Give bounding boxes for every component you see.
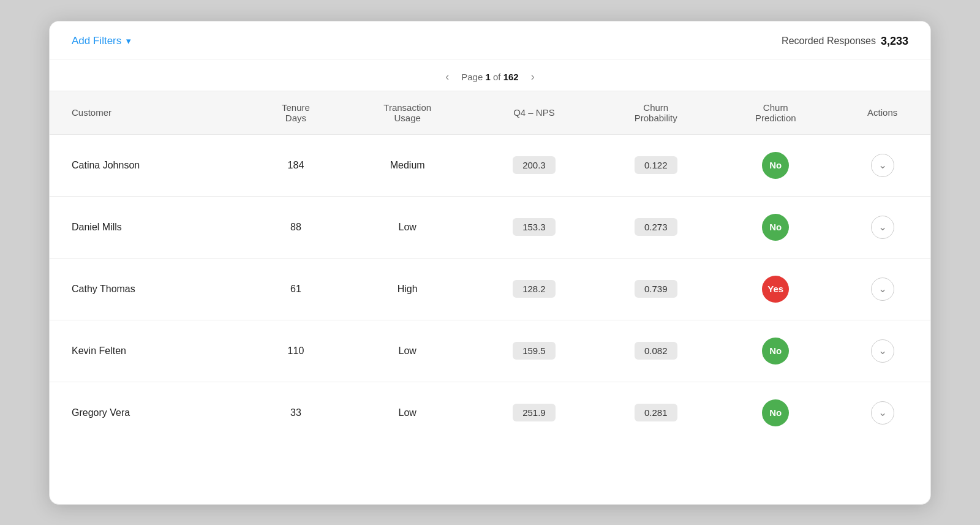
prev-page-button[interactable]: ‹ — [442, 69, 453, 85]
cell-churn-probability: 0.739 — [595, 258, 717, 320]
recorded-responses: Recorded Responses 3,233 — [782, 35, 908, 48]
churn-prob-badge: 0.122 — [635, 156, 677, 174]
cell-churn-probability: 0.281 — [595, 382, 717, 444]
table-row: Gregory Vera33Low251.90.281No⌄ — [50, 382, 930, 444]
cell-customer: Cathy Thomas — [50, 258, 250, 320]
nps-badge: 153.3 — [513, 218, 556, 236]
cell-transaction: Medium — [342, 134, 473, 196]
cell-churn-prediction: No — [717, 196, 834, 258]
col-header-tenure: TenureDays — [250, 91, 342, 135]
churn-prob-badge: 0.281 — [635, 404, 677, 421]
cell-transaction: Low — [342, 320, 473, 382]
action-expand-button[interactable]: ⌄ — [871, 216, 894, 239]
next-page-button[interactable]: › — [527, 69, 538, 85]
action-expand-button[interactable]: ⌄ — [871, 401, 894, 425]
cell-churn-probability: 0.273 — [595, 196, 717, 258]
table-row: Kevin Felten110Low159.50.082No⌄ — [50, 320, 930, 382]
add-filters-button[interactable]: Add Filters ▾ — [72, 35, 131, 47]
cell-customer: Catina Johnson — [50, 134, 250, 196]
recorded-responses-label: Recorded Responses — [782, 36, 876, 47]
main-window: Add Filters ▾ Recorded Responses 3,233 ‹… — [49, 21, 931, 505]
action-expand-button[interactable]: ⌄ — [871, 339, 894, 363]
total-pages: 162 — [503, 72, 519, 82]
cell-tenure: 88 — [250, 196, 342, 258]
churn-prob-badge: 0.273 — [635, 218, 677, 236]
table-row: Cathy Thomas61High128.20.739Yes⌄ — [50, 258, 930, 320]
churn-prob-badge: 0.739 — [635, 280, 677, 298]
cell-churn-prediction: Yes — [717, 258, 834, 320]
chevron-down-icon: ▾ — [126, 36, 131, 47]
add-filters-label: Add Filters — [72, 35, 121, 47]
cell-customer: Daniel Mills — [50, 196, 250, 258]
col-header-actions: Actions — [834, 91, 930, 135]
col-header-churn-pred: ChurnPrediction — [717, 91, 834, 135]
nps-badge: 200.3 — [513, 156, 556, 174]
cell-nps: 159.5 — [473, 320, 595, 382]
cell-actions: ⌄ — [834, 258, 930, 320]
cell-churn-probability: 0.082 — [595, 320, 717, 382]
cell-customer: Kevin Felten — [50, 320, 250, 382]
col-header-churn-prob: ChurnProbability — [595, 91, 717, 135]
col-header-transaction: TransactionUsage — [342, 91, 473, 135]
action-expand-button[interactable]: ⌄ — [871, 278, 894, 301]
nps-badge: 159.5 — [513, 342, 556, 360]
cell-tenure: 110 — [250, 320, 342, 382]
churn-prob-badge: 0.082 — [635, 342, 677, 360]
table-header-row: Customer TenureDays TransactionUsage Q4 … — [50, 91, 930, 135]
cell-actions: ⌄ — [834, 382, 930, 444]
col-header-customer: Customer — [50, 91, 250, 135]
cell-churn-prediction: No — [717, 320, 834, 382]
churn-prediction-badge: Yes — [762, 276, 789, 303]
cell-churn-prediction: No — [717, 134, 834, 196]
cell-transaction: High — [342, 258, 473, 320]
cell-customer: Gregory Vera — [50, 382, 250, 444]
pagination-text: Page 1 of 162 — [461, 72, 518, 82]
cell-nps: 128.2 — [473, 258, 595, 320]
table-row: Daniel Mills88Low153.30.273No⌄ — [50, 196, 930, 258]
nps-badge: 128.2 — [513, 280, 556, 298]
cell-tenure: 61 — [250, 258, 342, 320]
cell-actions: ⌄ — [834, 320, 930, 382]
cell-churn-prediction: No — [717, 382, 834, 444]
recorded-responses-count: 3,233 — [881, 35, 908, 48]
pagination-bar: ‹ Page 1 of 162 › — [50, 59, 930, 91]
col-header-nps: Q4 – NPS — [473, 91, 595, 135]
data-table-wrap: Customer TenureDays TransactionUsage Q4 … — [50, 91, 930, 444]
cell-transaction: Low — [342, 382, 473, 444]
cell-tenure: 33 — [250, 382, 342, 444]
cell-actions: ⌄ — [834, 134, 930, 196]
churn-prediction-badge: No — [762, 214, 789, 241]
nps-badge: 251.9 — [513, 404, 556, 421]
cell-nps: 153.3 — [473, 196, 595, 258]
cell-nps: 200.3 — [473, 134, 595, 196]
cell-actions: ⌄ — [834, 196, 930, 258]
toolbar: Add Filters ▾ Recorded Responses 3,233 — [50, 21, 930, 59]
current-page: 1 — [485, 72, 490, 82]
cell-tenure: 184 — [250, 134, 342, 196]
action-expand-button[interactable]: ⌄ — [871, 154, 894, 177]
cell-transaction: Low — [342, 196, 473, 258]
churn-prediction-badge: No — [762, 399, 789, 426]
data-table: Customer TenureDays TransactionUsage Q4 … — [50, 91, 930, 444]
cell-churn-probability: 0.122 — [595, 134, 717, 196]
table-row: Catina Johnson184Medium200.30.122No⌄ — [50, 134, 930, 196]
churn-prediction-badge: No — [762, 338, 789, 364]
cell-nps: 251.9 — [473, 382, 595, 444]
churn-prediction-badge: No — [762, 152, 789, 179]
